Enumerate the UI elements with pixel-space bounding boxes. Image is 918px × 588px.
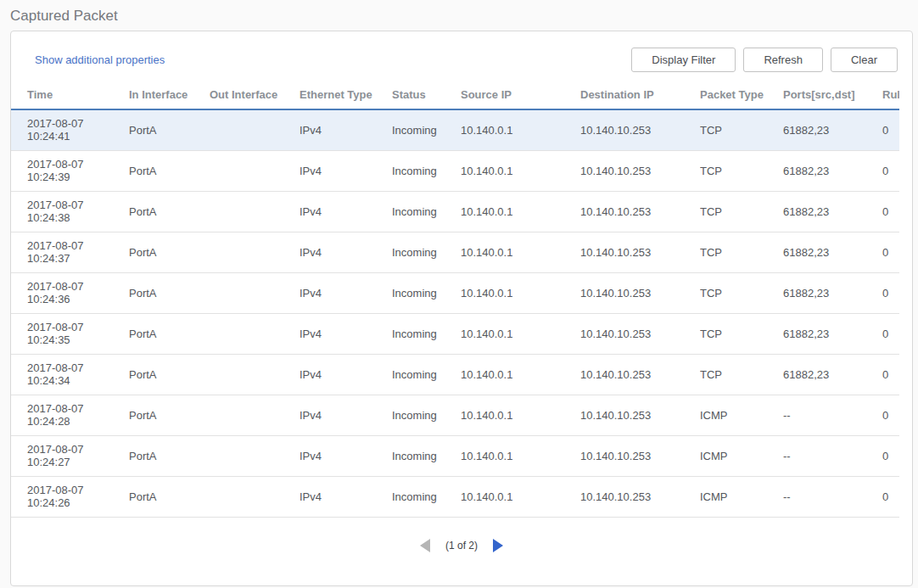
cell-destination-ip: 10.140.10.253 [580, 191, 700, 232]
cell-time: 2017-08-0710:24:39 [11, 150, 129, 191]
cell-rule: 0 [882, 109, 899, 150]
cell-ethernet-type: IPv4 [299, 272, 392, 313]
cell-status: Incoming [392, 109, 461, 150]
cell-in-interface: PortA [129, 232, 210, 272]
cell-in-interface: PortA [129, 476, 210, 517]
cell-time: 2017-08-0710:24:41 [11, 109, 129, 150]
next-arrow-icon [493, 539, 503, 552]
column-header-time: Time [11, 83, 129, 109]
cell-ethernet-type: IPv4 [299, 313, 392, 354]
page-indicator: (1 of 2) [445, 540, 478, 552]
cell-packet-type: TCP [700, 232, 783, 272]
column-header-ethernet-type: Ethernet Type [299, 83, 392, 109]
cell-packet-type: ICMP [700, 476, 783, 517]
cell-ethernet-type: IPv4 [299, 232, 392, 272]
cell-out-interface [210, 150, 299, 191]
clear-button[interactable]: Clear [831, 48, 898, 72]
cell-destination-ip: 10.140.10.253 [580, 232, 700, 272]
cell-out-interface [210, 109, 299, 150]
page-title: Captured Packet [0, 0, 918, 31]
cell-time: 2017-08-0710:24:28 [11, 395, 129, 435]
prev-arrow-icon [420, 539, 430, 552]
table-row[interactable]: 2017-08-0710:24:36PortAIPv4Incoming10.14… [11, 272, 899, 313]
table-row[interactable]: 2017-08-0710:24:27PortAIPv4Incoming10.14… [11, 435, 899, 476]
cell-ports: -- [783, 435, 882, 476]
cell-in-interface: PortA [129, 395, 210, 435]
cell-rule: 0 [882, 354, 899, 395]
cell-status: Incoming [392, 395, 461, 435]
cell-rule: 0 [882, 232, 899, 272]
cell-packet-type: ICMP [700, 395, 783, 435]
cell-ports: 61882,23 [783, 313, 882, 354]
cell-status: Incoming [392, 435, 461, 476]
cell-time: 2017-08-0710:24:34 [11, 354, 129, 395]
captured-packet-panel: Show additional properties Display Filte… [10, 31, 913, 586]
cell-status: Incoming [392, 476, 461, 517]
next-page-button[interactable] [493, 539, 503, 552]
cell-out-interface [210, 191, 299, 232]
toolbar-buttons: Display Filter Refresh Clear [624, 48, 898, 72]
cell-in-interface: PortA [129, 435, 210, 476]
cell-out-interface [210, 435, 299, 476]
cell-ethernet-type: IPv4 [299, 191, 392, 232]
table-row[interactable]: 2017-08-0710:24:34PortAIPv4Incoming10.14… [11, 354, 899, 395]
cell-source-ip: 10.140.0.1 [461, 150, 580, 191]
cell-in-interface: PortA [129, 109, 210, 150]
cell-out-interface [210, 313, 299, 354]
cell-status: Incoming [392, 272, 461, 313]
cell-packet-type: TCP [700, 109, 783, 150]
cell-time: 2017-08-0710:24:27 [11, 435, 129, 476]
cell-destination-ip: 10.140.10.253 [580, 476, 700, 517]
cell-destination-ip: 10.140.10.253 [580, 395, 700, 435]
cell-ports: 61882,23 [783, 232, 882, 272]
pagination: (1 of 2) [11, 539, 912, 552]
cell-ethernet-type: IPv4 [299, 476, 392, 517]
table-row[interactable]: 2017-08-0710:24:28PortAIPv4Incoming10.14… [11, 395, 899, 435]
cell-time: 2017-08-0710:24:26 [11, 476, 129, 517]
table-row[interactable]: 2017-08-0710:24:37PortAIPv4Incoming10.14… [11, 232, 899, 272]
cell-status: Incoming [392, 232, 461, 272]
cell-ports: 61882,23 [783, 272, 882, 313]
column-header-out-interface: Out Interface [210, 83, 299, 109]
cell-packet-type: TCP [700, 313, 783, 354]
column-header-in-interface: In Interface [129, 83, 210, 109]
cell-ports: -- [783, 395, 882, 435]
cell-in-interface: PortA [129, 150, 210, 191]
cell-packet-type: TCP [700, 272, 783, 313]
column-header-rule: Rule [882, 83, 899, 109]
table-row[interactable]: 2017-08-0710:24:39PortAIPv4Incoming10.14… [11, 150, 899, 191]
column-header-source-ip: Source IP [461, 83, 580, 109]
cell-time: 2017-08-0710:24:36 [11, 272, 129, 313]
prev-page-button[interactable] [420, 539, 430, 552]
cell-source-ip: 10.140.0.1 [461, 435, 580, 476]
toolbar: Show additional properties Display Filte… [11, 31, 912, 72]
cell-out-interface [210, 272, 299, 313]
table-row[interactable]: 2017-08-0710:24:35PortAIPv4Incoming10.14… [11, 313, 899, 354]
cell-packet-type: ICMP [700, 435, 783, 476]
cell-destination-ip: 10.140.10.253 [580, 313, 700, 354]
cell-ports: 61882,23 [783, 354, 882, 395]
packet-table-wrapper: TimeIn InterfaceOut InterfaceEthernet Ty… [11, 83, 899, 518]
cell-rule: 0 [882, 313, 899, 354]
table-row[interactable]: 2017-08-0710:24:41PortAIPv4Incoming10.14… [11, 109, 899, 150]
cell-ethernet-type: IPv4 [299, 435, 392, 476]
cell-destination-ip: 10.140.10.253 [580, 150, 700, 191]
cell-rule: 0 [882, 191, 899, 232]
table-row[interactable]: 2017-08-0710:24:26PortAIPv4Incoming10.14… [11, 476, 899, 517]
cell-packet-type: TCP [700, 354, 783, 395]
cell-ports: 61882,23 [783, 150, 882, 191]
cell-destination-ip: 10.140.10.253 [580, 272, 700, 313]
cell-source-ip: 10.140.0.1 [461, 313, 580, 354]
refresh-button[interactable]: Refresh [743, 48, 823, 72]
cell-ethernet-type: IPv4 [299, 109, 392, 150]
display-filter-button[interactable]: Display Filter [631, 48, 736, 72]
cell-ports: 61882,23 [783, 191, 882, 232]
cell-in-interface: PortA [129, 313, 210, 354]
table-row[interactable]: 2017-08-0710:24:38PortAIPv4Incoming10.14… [11, 191, 899, 232]
cell-time: 2017-08-0710:24:38 [11, 191, 129, 232]
cell-source-ip: 10.140.0.1 [461, 395, 580, 435]
cell-source-ip: 10.140.0.1 [461, 354, 580, 395]
show-additional-properties-link[interactable]: Show additional properties [35, 53, 165, 66]
cell-source-ip: 10.140.0.1 [461, 272, 580, 313]
cell-ethernet-type: IPv4 [299, 395, 392, 435]
